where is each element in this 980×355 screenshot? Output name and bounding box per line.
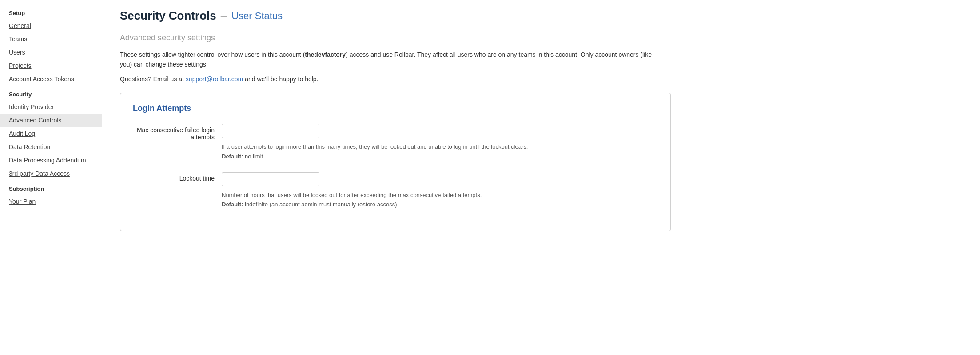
description-paragraph: These settings allow tighter control ove… xyxy=(120,50,653,70)
sidebar-section-security: Security xyxy=(0,86,102,100)
field-group-lockout-time: Number of hours that users will be locke… xyxy=(222,172,658,208)
sidebar-item-data-retention[interactable]: Data Retention xyxy=(0,140,102,154)
sidebar-item-general[interactable]: General xyxy=(0,19,102,32)
input-max-login-attempts[interactable] xyxy=(222,124,319,138)
default-max-login-attempts: Default: no limit xyxy=(222,153,658,160)
user-status-link[interactable]: User Status xyxy=(231,10,283,22)
default-lockout-time: Default: indefinite (an account admin mu… xyxy=(222,201,658,208)
sidebar-item-data-processing-addendum[interactable]: Data Processing Addendum xyxy=(0,154,102,167)
sidebar-section-setup: Setup xyxy=(0,4,102,19)
sidebar-item-identity-provider[interactable]: Identity Provider xyxy=(0,100,102,114)
sidebar-item-account-access-tokens[interactable]: Account Access Tokens xyxy=(0,72,102,86)
account-name: thedevfactory xyxy=(305,51,346,58)
label-lockout-time: Lockout time xyxy=(133,172,222,182)
questions-paragraph: Questions? Email us at support@rollbar.c… xyxy=(120,74,653,84)
field-group-max-login-attempts: If a user attempts to login more than th… xyxy=(222,124,658,160)
login-attempts-card: Login Attempts Max consecutive failed lo… xyxy=(120,93,671,231)
label-max-login-attempts: Max consecutive failed login attempts xyxy=(133,124,222,141)
form-fields: Max consecutive failed login attemptsIf … xyxy=(133,124,658,208)
description-lockout-time: Number of hours that users will be locke… xyxy=(222,191,568,200)
description-max-login-attempts: If a user attempts to login more than th… xyxy=(222,142,568,151)
form-row-lockout-time: Lockout timeNumber of hours that users w… xyxy=(133,172,658,208)
page-title: Security Controls xyxy=(120,9,216,23)
sidebar-item-advanced-controls[interactable]: Advanced Controls xyxy=(0,114,102,127)
sidebar-section-subscription: Subscription xyxy=(0,180,102,195)
sidebar: SetupGeneralTeamsUsersProjectsAccount Ac… xyxy=(0,0,102,355)
sidebar-item-your-plan[interactable]: Your Plan xyxy=(0,195,102,208)
input-lockout-time[interactable] xyxy=(222,172,319,186)
card-title: Login Attempts xyxy=(133,104,658,113)
section-subtitle: Advanced security settings xyxy=(120,33,962,43)
page-header: Security Controls – User Status xyxy=(120,9,962,23)
sidebar-item-users[interactable]: Users xyxy=(0,46,102,59)
sidebar-item-projects[interactable]: Projects xyxy=(0,59,102,72)
sidebar-item-teams[interactable]: Teams xyxy=(0,32,102,46)
support-email-link[interactable]: support@rollbar.com xyxy=(186,75,243,83)
sidebar-item-audit-log[interactable]: Audit Log xyxy=(0,127,102,140)
sidebar-item-3rd-party-data-access[interactable]: 3rd party Data Access xyxy=(0,167,102,180)
title-separator: – xyxy=(221,9,227,23)
main-content: Security Controls – User Status Advanced… xyxy=(102,0,980,355)
form-row-max-login-attempts: Max consecutive failed login attemptsIf … xyxy=(133,124,658,160)
